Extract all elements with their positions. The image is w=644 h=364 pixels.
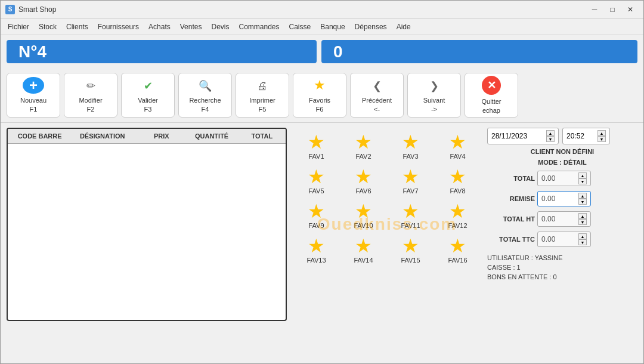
next-icon bbox=[423, 77, 445, 94]
fav-9[interactable]: ★ FAV9 bbox=[294, 199, 339, 232]
fav-7-label: FAV7 bbox=[402, 187, 418, 195]
menu-item-ventes[interactable]: Ventes bbox=[175, 20, 207, 33]
ttc-up-btn[interactable]: ▲ bbox=[578, 233, 587, 239]
favoris-button[interactable]: ★ FavorisF6 bbox=[293, 73, 346, 118]
valider-label: ValiderF3 bbox=[138, 96, 157, 113]
remise-up-btn[interactable]: ▲ bbox=[578, 193, 587, 199]
ht-up-btn[interactable]: ▲ bbox=[578, 213, 587, 219]
total-down-btn[interactable]: ▼ bbox=[578, 178, 587, 184]
fav-4[interactable]: ★ FAV4 bbox=[435, 130, 480, 162]
fav-6-star: ★ bbox=[355, 167, 372, 186]
fav-8[interactable]: ★ FAV8 bbox=[435, 165, 480, 197]
fav-2-label: FAV2 bbox=[355, 153, 371, 160]
ttc-down-btn[interactable]: ▼ bbox=[578, 239, 587, 245]
fav-14[interactable]: ★ FAV14 bbox=[341, 234, 386, 266]
menu-item-banque[interactable]: Banque bbox=[315, 20, 349, 33]
menu-item-achats[interactable]: Achats bbox=[144, 20, 175, 33]
record-value: 0 bbox=[321, 40, 637, 63]
modifier-button[interactable]: ModifierF2 bbox=[64, 73, 117, 118]
time-value: 20:52 bbox=[566, 132, 584, 140]
menu-item-stock[interactable]: Stock bbox=[34, 20, 61, 33]
maximize-button[interactable]: □ bbox=[604, 4, 621, 16]
fav-8-star: ★ bbox=[449, 167, 466, 186]
menu-item-commandes[interactable]: Commandes bbox=[234, 20, 284, 33]
window-controls: ─ □ ✕ bbox=[586, 4, 639, 16]
datetime-row: 28/11/2023 ▲ ▼ 20:52 ▲ ▼ bbox=[487, 128, 637, 144]
header-band: N°4 0 bbox=[1, 35, 643, 68]
print-icon bbox=[252, 77, 273, 94]
nouveau-label: NouveauF1 bbox=[20, 96, 47, 113]
precedent-label: Précédent<- bbox=[362, 96, 392, 113]
utilisateur-label: UTILISATEUR : YASSINE bbox=[487, 254, 637, 261]
menu-item-aide[interactable]: Aide bbox=[392, 20, 416, 33]
prev-icon bbox=[366, 77, 388, 94]
time-down-btn[interactable]: ▼ bbox=[597, 136, 606, 142]
menu-item-caisse[interactable]: Caisse bbox=[284, 20, 316, 33]
date-down-btn[interactable]: ▼ bbox=[546, 136, 555, 142]
ht-down-btn[interactable]: ▼ bbox=[578, 219, 587, 225]
fav-13[interactable]: ★ FAV13 bbox=[294, 234, 339, 266]
suivant-button[interactable]: Suivant-> bbox=[407, 73, 461, 118]
mode-info: MODE : DÉTAIL bbox=[487, 159, 637, 166]
total-up-btn[interactable]: ▲ bbox=[578, 172, 587, 178]
minimize-button[interactable]: ─ bbox=[586, 4, 603, 16]
fav-14-star: ★ bbox=[355, 236, 372, 255]
close-red-icon: ✕ bbox=[481, 76, 502, 95]
client-info: CLIENT NON DÉFINI bbox=[487, 148, 637, 155]
menu-item-fournisseurs[interactable]: Fournisseurs bbox=[93, 20, 144, 33]
menu-item-dépenses[interactable]: Dépenses bbox=[350, 20, 392, 33]
fav-1-star: ★ bbox=[308, 132, 325, 152]
menu-item-fichier[interactable]: Fichier bbox=[3, 20, 34, 33]
check-icon bbox=[137, 77, 159, 94]
right-panel: 28/11/2023 ▲ ▼ 20:52 ▲ ▼ bbox=[487, 128, 637, 321]
favoris-label: FavorisF6 bbox=[309, 96, 330, 113]
total-ht-value: 0.00 ▲ ▼ bbox=[537, 211, 591, 227]
precedent-button[interactable]: Précédent<- bbox=[350, 73, 404, 118]
fav-11[interactable]: ★ FAV11 bbox=[388, 199, 433, 232]
fav-2[interactable]: ★ FAV2 bbox=[341, 130, 386, 162]
fav-6[interactable]: ★ FAV6 bbox=[341, 165, 386, 197]
fav-7[interactable]: ★ FAV7 bbox=[388, 165, 433, 197]
app-title: Smart Shop bbox=[18, 5, 586, 14]
caisse-label: CAISSE : 1 bbox=[487, 264, 637, 271]
col-qty-header: QUANTITÉ bbox=[185, 132, 238, 140]
nouveau-button[interactable]: + NouveauF1 bbox=[7, 73, 60, 118]
total-value: 0.00 ▲ ▼ bbox=[537, 171, 591, 186]
time-up-btn[interactable]: ▲ bbox=[597, 130, 606, 136]
remise-row: REMISE 0.00 ▲ ▼ bbox=[487, 191, 637, 206]
imprimer-button[interactable]: ImprimerF5 bbox=[236, 73, 289, 118]
menu-item-devis[interactable]: Devis bbox=[206, 20, 234, 33]
fav-16-label: FAV16 bbox=[448, 257, 467, 264]
pencil-icon bbox=[80, 77, 101, 94]
fav-10[interactable]: ★ FAV10 bbox=[341, 199, 386, 232]
fav-16[interactable]: ★ FAV16 bbox=[435, 234, 480, 266]
fav-12[interactable]: ★ FAV12 bbox=[435, 199, 480, 232]
fav-13-label: FAV13 bbox=[306, 257, 326, 264]
time-input[interactable]: 20:52 ▲ ▼ bbox=[562, 128, 610, 144]
fav-15[interactable]: ★ FAV15 bbox=[388, 234, 433, 266]
remise-down-btn[interactable]: ▼ bbox=[578, 199, 587, 205]
fav-3[interactable]: ★ FAV3 bbox=[388, 130, 433, 162]
fav-1[interactable]: ★ FAV1 bbox=[294, 130, 339, 162]
quitter-label: Quitterechap bbox=[481, 97, 501, 115]
quitter-button[interactable]: ✕ Quitterechap bbox=[465, 73, 518, 118]
col-total-header: TOTAL bbox=[239, 132, 286, 140]
total-ttc-value: 0.00 ▲ ▼ bbox=[537, 232, 591, 247]
remise-value[interactable]: 0.00 ▲ ▼ bbox=[537, 191, 591, 206]
imprimer-label: ImprimerF5 bbox=[249, 96, 275, 113]
valider-button[interactable]: ValiderF3 bbox=[121, 73, 175, 118]
fav-8-label: FAV8 bbox=[450, 187, 465, 195]
fav-5[interactable]: ★ FAV5 bbox=[294, 165, 339, 197]
fav-3-star: ★ bbox=[402, 132, 419, 152]
fav-15-label: FAV15 bbox=[401, 257, 420, 264]
total-ttc-label: TOTAL TTC bbox=[487, 236, 535, 243]
fav-14-label: FAV14 bbox=[354, 257, 373, 264]
main-content: CODE BARRE DÉSIGNATION PRIX QUANTITÉ TOT… bbox=[1, 123, 643, 326]
col-barcode-header: CODE BARRE bbox=[8, 132, 67, 140]
modifier-label: ModifierF2 bbox=[79, 96, 102, 113]
close-button[interactable]: ✕ bbox=[622, 4, 639, 16]
recherche-button[interactable]: RechercheF4 bbox=[178, 73, 232, 118]
date-up-btn[interactable]: ▲ bbox=[546, 130, 555, 136]
date-input[interactable]: 28/11/2023 ▲ ▼ bbox=[487, 128, 559, 144]
menu-item-clients[interactable]: Clients bbox=[61, 20, 93, 33]
